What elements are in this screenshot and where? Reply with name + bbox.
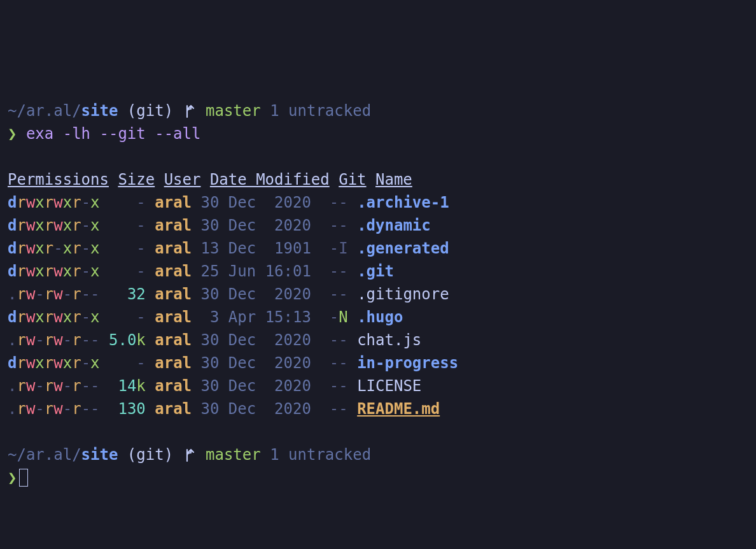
date: 30 Dec 2020 xyxy=(201,400,311,418)
file-row: .rw-rw-r-- 130 aral 30 Dec 2020 -- READM… xyxy=(8,397,748,420)
git-branch-icon xyxy=(184,104,195,119)
date: 30 Dec 2020 xyxy=(200,354,311,372)
date: 25 Jun 16:01 xyxy=(200,262,311,280)
file-name: .gitignore xyxy=(357,285,449,303)
file-name: .git xyxy=(357,262,394,280)
file-name: chat.js xyxy=(357,331,421,349)
user: aral xyxy=(155,262,192,280)
file-name: .dynamic xyxy=(357,217,431,234)
file-row: drwxrwxr-x - aral 30 Dec 2020 -- in-prog… xyxy=(8,352,748,374)
user: aral xyxy=(155,354,192,372)
user: aral xyxy=(155,239,192,257)
ahead-count: 1 xyxy=(270,446,279,464)
file-row: drwxrwxr-x - aral 25 Jun 16:01 -- .git xyxy=(8,260,748,283)
current-dir: site xyxy=(81,446,118,464)
file-row: drwxrwxr-x - aral 30 Dec 2020 -- .archiv… xyxy=(8,191,748,214)
path-prefix: ~/ar.al/ xyxy=(8,102,81,120)
user: aral xyxy=(155,194,192,211)
blank-line xyxy=(8,420,748,443)
file-row: drwxrwxr-x - aral 30 Dec 2020 -- .dynami… xyxy=(8,214,748,237)
file-name: .hugo xyxy=(357,308,403,326)
table-header: Permissions Size User Date Modified Git … xyxy=(8,168,748,191)
prompt-line: ~/ar.al/site (git) master 1 untracked xyxy=(8,443,748,466)
prompt-line: ~/ar.al/site (git) master 1 untracked xyxy=(8,99,748,122)
file-row: drwxr-xr-x - aral 13 Dec 1901 -I .genera… xyxy=(8,237,748,260)
date: 30 Dec 2020 xyxy=(200,217,311,234)
branch-name: master xyxy=(206,446,261,464)
user: aral xyxy=(155,331,192,349)
branch-name: master xyxy=(206,102,261,120)
file-name: README.md xyxy=(357,400,440,418)
file-name: in-progress xyxy=(357,354,458,372)
prompt-char: ❯ xyxy=(8,469,17,487)
file-row: drwxrwxr-x - aral 3 Apr 15:13 -N .hugo xyxy=(8,306,748,329)
file-name: .archive-1 xyxy=(357,194,449,211)
prompt-char: ❯ xyxy=(8,125,17,143)
git-branch-icon xyxy=(184,448,195,463)
user: aral xyxy=(155,400,192,418)
file-name: .generated xyxy=(357,239,449,257)
terminal-output[interactable]: ~/ar.al/site (git) master 1 untracked❯ e… xyxy=(8,99,748,489)
col-user: User xyxy=(164,171,201,189)
vcs-label: (git) xyxy=(127,102,173,120)
date: 30 Dec 2020 xyxy=(200,194,311,211)
git-status: untracked xyxy=(288,446,371,464)
blank-line xyxy=(8,145,748,168)
cursor xyxy=(19,469,28,487)
date: 30 Dec 2020 xyxy=(201,331,311,349)
user: aral xyxy=(155,308,192,326)
file-row: .rw-rw-r-- 5.0k aral 30 Dec 2020 -- chat… xyxy=(8,329,748,352)
git-status: untracked xyxy=(288,102,371,120)
date: 13 Dec 1901 xyxy=(200,239,311,257)
col-name: Name xyxy=(375,171,412,189)
user: aral xyxy=(155,217,192,234)
current-dir: site xyxy=(81,102,118,120)
user: aral xyxy=(155,285,192,303)
command-text: exa -lh --git --all xyxy=(26,125,201,143)
file-row: .rw-rw-r-- 32 aral 30 Dec 2020 -- .gitig… xyxy=(8,283,748,306)
col-date: Date Modified xyxy=(210,171,330,189)
ahead-count: 1 xyxy=(270,102,279,120)
date: 30 Dec 2020 xyxy=(201,377,311,395)
col-size: Size xyxy=(118,171,155,189)
user: aral xyxy=(155,377,192,395)
date: 3 Apr 15:13 xyxy=(200,308,311,326)
command-line[interactable]: ❯ xyxy=(8,466,748,489)
date: 30 Dec 2020 xyxy=(201,285,311,303)
col-git: Git xyxy=(339,171,366,189)
command-line[interactable]: ❯ exa -lh --git --all xyxy=(8,122,748,145)
vcs-label: (git) xyxy=(127,446,173,464)
col-permissions: Permissions xyxy=(8,171,109,189)
file-name: LICENSE xyxy=(357,377,421,395)
file-row: .rw-rw-r-- 14k aral 30 Dec 2020 -- LICEN… xyxy=(8,374,748,397)
path-prefix: ~/ar.al/ xyxy=(8,446,81,464)
